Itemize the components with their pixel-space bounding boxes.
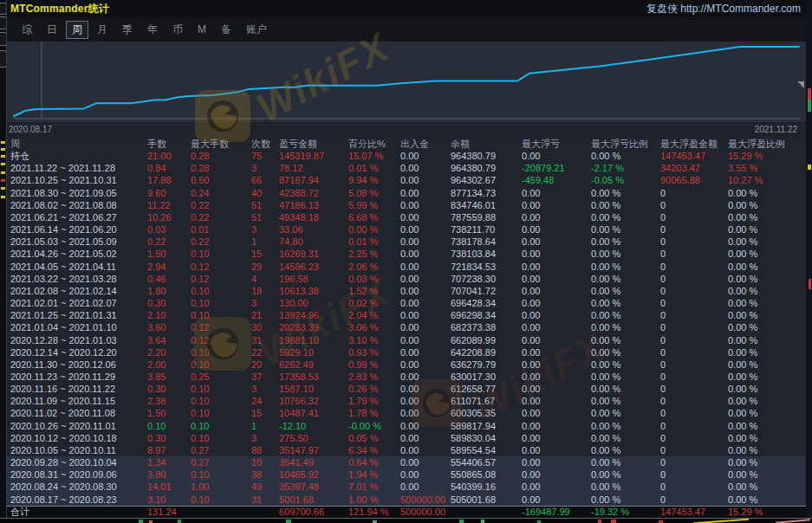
cell-pnl: 74.80: [274, 236, 343, 248]
cell-trades: 3: [246, 297, 274, 309]
cell-pct: 0.00 %: [343, 223, 395, 236]
table-row[interactable]: 2020.10.05 ~ 2020.10.118.970.278835147.9…: [7, 444, 806, 456]
cell-max-drawdown: 0.00: [516, 420, 586, 432]
cell-max-drawdown: 0.00: [516, 481, 586, 493]
cell-pnl: 49348.18: [274, 211, 343, 223]
balance-chart: [7, 42, 806, 122]
cell-pnl: 35397.48: [274, 481, 343, 493]
cell-max-drawdown-pct: 0.00 %: [586, 383, 655, 395]
table-row[interactable]: 2021.03.22 ~ 2021.03.280.460.124196.580.…: [7, 273, 806, 285]
cell-max-lots: 0.27: [185, 444, 246, 456]
cell-balance: 787559.88: [445, 211, 516, 223]
cell-lots: 0.22: [142, 236, 185, 248]
table-row[interactable]: 2021.02.01 ~ 2021.02.070.300.103130.000.…: [7, 297, 806, 309]
cell-max-drawdown-pct: 0.00 %: [586, 407, 655, 419]
cell-max-drawdown: 0.00: [516, 395, 586, 407]
cell-trades: 15: [246, 407, 274, 419]
column-header-trades: 次数: [246, 138, 274, 150]
menu-item-6[interactable]: 币: [166, 21, 189, 39]
table-row[interactable]: 2020.12.28 ~ 2021.01.033.640.123119881.1…: [7, 334, 806, 346]
cell-period: 2021.08.02 ~ 2021.08.08: [7, 199, 142, 211]
cell-max-drawdown-pct: 0.00 %: [586, 187, 655, 199]
cell-deposit: 0.00: [395, 223, 445, 236]
table-row[interactable]: 2021.08.30 ~ 2021.09.059.600.244042388.7…: [7, 187, 806, 199]
table-row[interactable]: 2021.01.04 ~ 2021.01.103.600.123020283.3…: [7, 321, 806, 333]
menu-item-4[interactable]: 季: [116, 21, 139, 39]
table-row[interactable]: 2020.11.30 ~ 2020.12.062.000.10206262.49…: [7, 358, 806, 371]
table-row[interactable]: 2021.05.03 ~ 2021.05.090.220.22174.800.0…: [7, 236, 806, 248]
table-row[interactable]: 2020.09.28 ~ 2020.10.041.340.27103541.49…: [7, 456, 806, 468]
cell-max-lots: 0.10: [185, 407, 246, 419]
cell-max-float-profit-pct: 0.00 %: [723, 395, 806, 407]
cell-lots: 17.88: [142, 174, 185, 186]
cell-max-drawdown: 0.00: [516, 494, 586, 506]
table-row[interactable]: 2020.12.14 ~ 2020.12.202.200.10225929.10…: [7, 346, 806, 358]
table-row[interactable]: 2020.10.26 ~ 2020.11.010.100.101-12.10-0…: [7, 420, 806, 432]
cell-max-float-profit: 0: [655, 494, 723, 506]
table-total-row[interactable]: 合计131.24609700.66121.94 %500000.00-16948…: [7, 506, 806, 518]
cell-max-float-profit: 90065.88: [655, 174, 723, 186]
table-row[interactable]: 2020.08.24 ~ 2020.08.3014.011.004935397.…: [7, 481, 806, 493]
cell-max-drawdown: 0.00: [516, 273, 586, 285]
cell-pnl: -12.10: [274, 420, 343, 432]
table-row[interactable]: 2020.08.31 ~ 2020.09.063.800.103810465.9…: [7, 468, 806, 481]
menu-item-0[interactable]: 综: [16, 21, 38, 39]
cell-pct: 2.83 %: [343, 371, 395, 383]
menu-item-2[interactable]: 周: [66, 21, 88, 39]
cell-pct: 0.03 %: [343, 273, 395, 285]
background-candle-fragment: [139, 520, 143, 523]
table-row[interactable]: 2021.06.14 ~ 2021.06.200.030.01333.060.0…: [7, 223, 806, 236]
table-row[interactable]: 2020.08.17 ~ 2020.08.233.100.10315001.68…: [7, 494, 806, 506]
cell-max-lots: 1.00: [185, 481, 246, 493]
cell-period: 2021.01.04 ~ 2021.01.10: [7, 321, 142, 333]
background-button-fragment: [0, 3, 7, 15]
table-row[interactable]: 2020.10.12 ~ 2020.10.180.300.103275.500.…: [7, 432, 806, 444]
cell-trades: 24: [246, 395, 274, 407]
cell-pnl: 10613.38: [274, 285, 343, 297]
cell-max-lots: 0.10: [185, 383, 246, 395]
cell-max-drawdown: 0.00: [516, 432, 586, 444]
table-row[interactable]: 2021.01.25 ~ 2021.01.312.100.102113924.9…: [7, 309, 806, 321]
menu-item-8[interactable]: 备: [215, 21, 237, 39]
cell-max-lots: 0.10: [185, 468, 246, 481]
cell-max-drawdown: 0.00: [516, 199, 586, 211]
cell-pct: 5.08 %: [343, 187, 395, 199]
table-row[interactable]: 2020.11.09 ~ 2020.11.152.380.102410766.3…: [7, 395, 806, 407]
table-row[interactable]: 2021.11.22 ~ 2021.11.280.840.28378.120.0…: [7, 162, 806, 174]
cell-max-float-profit: 0: [655, 407, 723, 419]
cell-max-drawdown: 0.00: [516, 383, 586, 395]
cell-pnl: 10766.32: [274, 395, 343, 407]
table-row[interactable]: 2021.06.21 ~ 2021.06.2710.260.225149348.…: [7, 211, 806, 223]
cell-balance: 642208.89: [445, 346, 516, 358]
cell-pnl: 19881.10: [274, 334, 343, 346]
menu-item-1[interactable]: 日: [41, 21, 63, 39]
brand-link[interactable]: 复盘侠 http://MTCommander.com: [646, 2, 801, 16]
table-row[interactable]: 2021.04.05 ~ 2021.04.112.940.122914596.2…: [7, 261, 806, 273]
cell-max-drawdown-pct: 0.00 %: [586, 309, 655, 321]
cell-pct: 0.99 %: [343, 358, 395, 371]
cell-balance: 696428.34: [445, 297, 516, 309]
cell-max-float-profit: 147453.47: [655, 150, 723, 162]
cell-trades: 4: [246, 273, 274, 285]
menu-item-3[interactable]: 月: [91, 21, 114, 39]
cell-max-float-profit: 0: [655, 444, 723, 456]
table-row[interactable]: 2021.04.26 ~ 2021.05.021.500.101516269.3…: [7, 248, 806, 260]
cell-pnl: 145319.87: [274, 150, 343, 162]
cell-max-float-profit-pct: 0.00 %: [723, 358, 806, 371]
cell-max-drawdown: 0.00: [516, 456, 586, 468]
table-row[interactable]: 2021.10.25 ~ 2021.10.3117.880.506687167.…: [7, 174, 806, 186]
menu-item-5[interactable]: 年: [141, 21, 164, 39]
table-row[interactable]: 2021.02.08 ~ 2021.02.141.800.101810613.3…: [7, 285, 806, 297]
table-row[interactable]: 2020.11.02 ~ 2020.11.081.500.101510487.4…: [7, 407, 806, 419]
menu-item-9[interactable]: 账户: [240, 21, 273, 39]
table-row[interactable]: 2020.11.23 ~ 2020.11.293.850.253717358.5…: [7, 371, 806, 383]
table-row[interactable]: 持仓21.000.2875145319.8715.07 %0.00964380.…: [7, 150, 806, 162]
background-price-fragment: [1, 155, 5, 158]
table-row[interactable]: 2020.11.16 ~ 2020.11.220.300.1031587.100…: [7, 383, 806, 395]
cell-lots: 0.84: [142, 162, 185, 174]
menu-item-7[interactable]: M: [192, 22, 212, 37]
table-row[interactable]: 2021.08.02 ~ 2021.08.0811.220.225147186.…: [7, 199, 806, 211]
cell-period: 2020.08.24 ~ 2020.08.30: [7, 481, 142, 493]
cell-pct: 7.01 %: [343, 481, 395, 493]
cell-period: 2020.11.23 ~ 2020.11.29: [7, 371, 142, 383]
